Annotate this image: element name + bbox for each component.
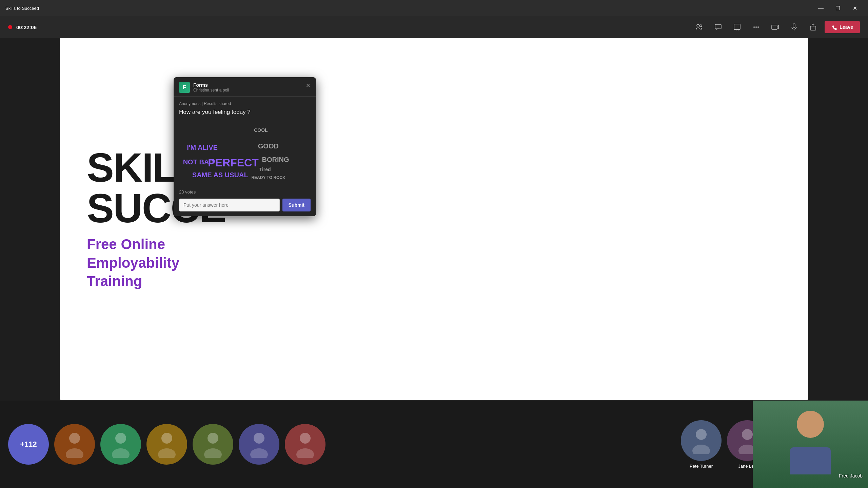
- svg-point-17: [112, 448, 130, 458]
- poll-votes: 23 votes: [179, 189, 311, 195]
- participant-name-pete: Pete Turner: [690, 464, 713, 469]
- whiteboard-icon: [733, 23, 741, 31]
- app-title: Skills to Succeed: [5, 6, 813, 11]
- more-icon: [752, 23, 760, 31]
- poll-submit-button[interactable]: Submit: [282, 199, 311, 211]
- word-tired: Tired: [259, 167, 271, 172]
- person-silhouette-icon: [691, 427, 711, 454]
- chat-button[interactable]: [711, 20, 726, 35]
- svg-point-22: [254, 433, 264, 444]
- mic-icon: [790, 23, 798, 31]
- window-controls: — ❐ ✕: [813, 3, 863, 14]
- svg-point-18: [161, 433, 172, 444]
- person-silhouette-icon: [64, 431, 85, 458]
- avatar-pete: [681, 420, 722, 461]
- poll-question: How are you feeling today ?: [179, 109, 311, 116]
- titlebar: Skills to Succeed — ❐ ✕: [0, 0, 868, 16]
- participant-tile-2: [100, 424, 141, 465]
- forms-icon: F: [179, 82, 190, 93]
- poll-meta: Anonymous | Results shared: [179, 101, 311, 106]
- poll-input-row: Submit: [179, 199, 311, 211]
- svg-point-26: [696, 429, 707, 440]
- fred-participant-name: Fred Jacob: [839, 473, 863, 479]
- camera-button[interactable]: [768, 20, 783, 35]
- svg-point-16: [115, 433, 126, 444]
- avatar-p6: [285, 424, 326, 465]
- whiteboard-button[interactable]: [730, 20, 745, 35]
- word-perfect: PERFECT: [208, 157, 258, 169]
- word-same-as-usual: SAME AS USUAL: [192, 171, 248, 179]
- share-button[interactable]: [806, 20, 821, 35]
- svg-rect-10: [772, 25, 777, 29]
- person-silhouette-icon: [295, 431, 315, 458]
- poll-body: Anonymous | Results shared How are you f…: [174, 97, 316, 216]
- person-silhouette-icon: [157, 431, 177, 458]
- word-boring: BORING: [262, 156, 289, 164]
- avatar-p3: [146, 424, 187, 465]
- people-icon: [695, 23, 703, 31]
- poll-close-button[interactable]: ✕: [303, 81, 313, 90]
- svg-point-15: [66, 448, 83, 458]
- svg-point-25: [296, 448, 314, 458]
- participant-tile-plus: +112: [8, 424, 49, 465]
- leave-button[interactable]: Leave: [825, 21, 860, 33]
- word-ready-to-rock: READY TO ROCK: [251, 175, 285, 180]
- mic-button[interactable]: [787, 20, 802, 35]
- word-good: GOOD: [258, 142, 279, 150]
- svg-point-9: [757, 26, 759, 28]
- participants-strip: +112: [0, 401, 868, 488]
- slide-subtitle: Free Online Employability Training: [87, 235, 179, 291]
- svg-point-27: [692, 445, 710, 454]
- recording-indicator: [8, 25, 12, 29]
- phone-icon: [831, 24, 837, 30]
- avatar-p5: [239, 424, 279, 465]
- svg-rect-3: [734, 24, 740, 29]
- svg-rect-11: [793, 24, 795, 27]
- participant-tile-pete: Pete Turner: [681, 420, 722, 469]
- camera-icon: [771, 23, 779, 31]
- svg-point-20: [208, 433, 218, 444]
- poll-answer-input[interactable]: [179, 199, 280, 211]
- meeting-timer: 00:22:06: [16, 24, 37, 30]
- word-cool: COOL: [254, 127, 268, 133]
- meeting-toolbar: 00:22:06: [0, 16, 868, 38]
- word-cloud: PERFECT GOOD COOL I'M ALIVE NOT BAD BORI…: [179, 121, 311, 185]
- poll-dialog: F Forms Christina sent a poll ✕ Anonymou…: [174, 77, 316, 216]
- restore-button[interactable]: ❐: [830, 3, 846, 14]
- avatar-p2: [100, 424, 141, 465]
- people-button[interactable]: [692, 20, 707, 35]
- minimize-button[interactable]: —: [813, 3, 829, 14]
- participant-tile-5: [239, 424, 279, 465]
- avatar-p4: [193, 424, 233, 465]
- avatar-p1: [54, 424, 95, 465]
- word-not-bad: NOT BAD: [183, 158, 214, 166]
- svg-point-14: [69, 433, 80, 444]
- svg-point-0: [697, 24, 699, 27]
- share-icon: [809, 23, 817, 31]
- participant-tile-4: [193, 424, 233, 465]
- poll-header-text: Forms Christina sent a poll: [193, 82, 229, 93]
- svg-point-1: [700, 25, 702, 27]
- person-silhouette-icon: [249, 431, 269, 458]
- participant-tile-1: [54, 424, 95, 465]
- avatar-plus: +112: [8, 424, 49, 465]
- participant-tile-3: [146, 424, 187, 465]
- poll-header: F Forms Christina sent a poll ✕: [174, 77, 316, 97]
- svg-point-8: [755, 26, 757, 28]
- svg-point-21: [204, 448, 222, 458]
- svg-point-23: [250, 448, 268, 458]
- person-silhouette-icon: [111, 431, 131, 458]
- close-button[interactable]: ✕: [847, 3, 863, 14]
- poll-app-name: Forms: [193, 82, 229, 88]
- svg-point-28: [742, 429, 753, 440]
- svg-point-19: [158, 448, 176, 458]
- svg-point-7: [753, 26, 755, 28]
- more-options-button[interactable]: [749, 20, 764, 35]
- poll-sender-info: Christina sent a poll: [193, 88, 229, 93]
- fred-video-tile: Fred Jacob: [753, 401, 868, 488]
- presentation-area: SKILLS SUCCE Free Online Employability T…: [60, 38, 808, 400]
- word-im-alive: I'M ALIVE: [187, 144, 218, 151]
- participant-tile-6: [285, 424, 326, 465]
- fred-face: [797, 411, 824, 438]
- svg-rect-2: [715, 24, 721, 29]
